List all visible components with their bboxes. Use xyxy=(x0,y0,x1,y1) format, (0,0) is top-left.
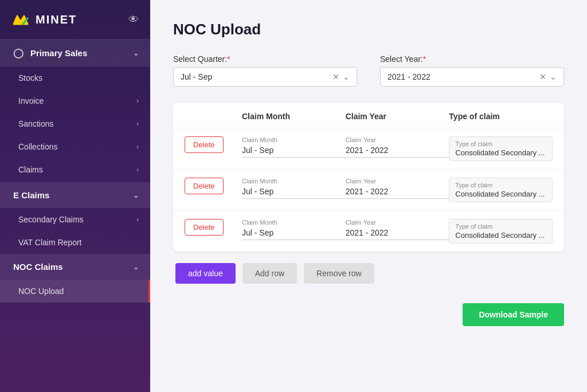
delete-button-2[interactable]: Delete xyxy=(185,178,224,194)
chevron-right-icon: › xyxy=(136,215,139,224)
row-1-action: Delete xyxy=(185,136,242,153)
sidebar-item-collections[interactable]: Collections › xyxy=(0,135,150,158)
row-1-claim-year: Claim Year 2021 - 2022 xyxy=(346,136,449,158)
col-header-claim-month: Claim Month xyxy=(242,112,346,121)
col-header-claim-year: Claim Year xyxy=(346,112,449,121)
year-select-value: 2021 - 2022 xyxy=(388,72,539,81)
sidebar-item-eclaims[interactable]: E Claims ⌄ xyxy=(0,182,150,208)
row-2-action: Delete xyxy=(185,178,242,194)
table-row: Delete Claim Month Jul - Sep Claim Year … xyxy=(173,211,564,252)
row-1-type-of-claim: Type of claim Consolidated Secondary ... xyxy=(449,136,553,161)
quarter-select-group: Select Quarter:* Jul - Sep ✕ ⌄ xyxy=(173,54,357,87)
row-3-claim-year: Claim Year 2021 - 2022 xyxy=(346,219,449,240)
minet-logo-icon xyxy=(11,10,30,29)
add-value-button[interactable]: add value xyxy=(175,263,236,284)
delete-button-3[interactable]: Delete xyxy=(185,219,224,236)
sidebar-item-noc-claims[interactable]: NOC Claims ⌄ xyxy=(0,254,150,280)
col-header-action xyxy=(185,112,242,121)
row-2-type-of-claim: Type of claim Consolidated Secondary ... xyxy=(449,178,553,202)
chevron-right-icon: › xyxy=(136,97,139,105)
chevron-down-icon: ⌄ xyxy=(133,191,139,199)
download-sample-button[interactable]: Download Sample xyxy=(463,303,564,326)
sidebar-item-secondary-claims[interactable]: Secondary Claims › xyxy=(0,208,150,231)
add-row-button[interactable]: Add row xyxy=(242,263,297,284)
row-3-action: Delete xyxy=(185,219,242,236)
page-title: NOC Upload xyxy=(173,21,564,38)
sidebar-item-sanctions[interactable]: Sanctions › xyxy=(0,112,150,135)
year-label: Select Year:* xyxy=(380,54,564,64)
row-1-claim-month: Claim Month Jul - Sep xyxy=(242,136,346,158)
quarter-select-icons: ✕ ⌄ xyxy=(332,72,350,81)
delete-button-1[interactable]: Delete xyxy=(185,136,224,153)
row-2-claim-year: Claim Year 2021 - 2022 xyxy=(346,178,449,199)
main-content: NOC Upload Select Quarter:* Jul - Sep ✕ … xyxy=(150,0,587,392)
sidebar: MINET 👁 ◯ Primary Sales ⌄ Stocks Invoice… xyxy=(0,0,150,392)
logo-text: MINET xyxy=(36,13,77,26)
noc-table: Claim Month Claim Year Type of claim Del… xyxy=(173,103,564,252)
chevron-down-icon: ⌄ xyxy=(550,72,557,81)
action-buttons-row: add value Add row Remove row xyxy=(173,263,564,284)
table-row: Delete Claim Month Jul - Sep Claim Year … xyxy=(173,128,564,170)
remove-row-button[interactable]: Remove row xyxy=(304,263,374,284)
row-3-claim-month: Claim Month Jul - Sep xyxy=(242,219,346,240)
sidebar-item-noc-upload[interactable]: NOC Upload xyxy=(0,280,150,303)
clear-icon[interactable]: ✕ xyxy=(539,72,546,81)
quarter-select-value: Jul - Sep xyxy=(181,72,332,81)
table-row: Delete Claim Month Jul - Sep Claim Year … xyxy=(173,170,564,211)
circle-icon: ◯ xyxy=(13,48,24,58)
sidebar-item-vat-claim-report[interactable]: VAT Claim Report xyxy=(0,231,150,254)
row-3-type-of-claim: Type of claim Consolidated Secondary ... xyxy=(449,219,553,244)
col-header-type-of-claim: Type of claim xyxy=(449,112,553,121)
bottom-row: Download Sample xyxy=(173,297,564,326)
sidebar-item-primary-sales[interactable]: ◯ Primary Sales ⌄ xyxy=(0,40,150,66)
quarter-select[interactable]: Jul - Sep ✕ ⌄ xyxy=(173,67,357,87)
sidebar-item-invoice[interactable]: Invoice › xyxy=(0,89,150,112)
year-select[interactable]: 2021 - 2022 ✕ ⌄ xyxy=(380,67,564,87)
sidebar-item-stocks[interactable]: Stocks xyxy=(0,66,150,89)
clear-icon[interactable]: ✕ xyxy=(332,72,339,81)
table-header: Claim Month Claim Year Type of claim xyxy=(173,103,564,128)
row-2-claim-month: Claim Month Jul - Sep xyxy=(242,178,346,199)
selects-row: Select Quarter:* Jul - Sep ✕ ⌄ Select Ye… xyxy=(173,54,564,87)
sidebar-item-claims[interactable]: Claims › xyxy=(0,158,150,181)
chevron-down-icon: ⌄ xyxy=(133,263,139,271)
sidebar-logo: MINET 👁 xyxy=(0,0,150,40)
chevron-right-icon: › xyxy=(136,143,139,151)
chevron-down-icon: ⌄ xyxy=(343,72,350,81)
quarter-label: Select Quarter:* xyxy=(173,54,357,64)
year-select-icons: ✕ ⌄ xyxy=(539,72,557,81)
chevron-down-icon: ⌄ xyxy=(133,49,139,57)
eye-icon[interactable]: 👁 xyxy=(128,14,139,26)
chevron-right-icon: › xyxy=(136,166,139,174)
chevron-right-icon: › xyxy=(136,120,139,128)
year-select-group: Select Year:* 2021 - 2022 ✕ ⌄ xyxy=(380,54,564,87)
